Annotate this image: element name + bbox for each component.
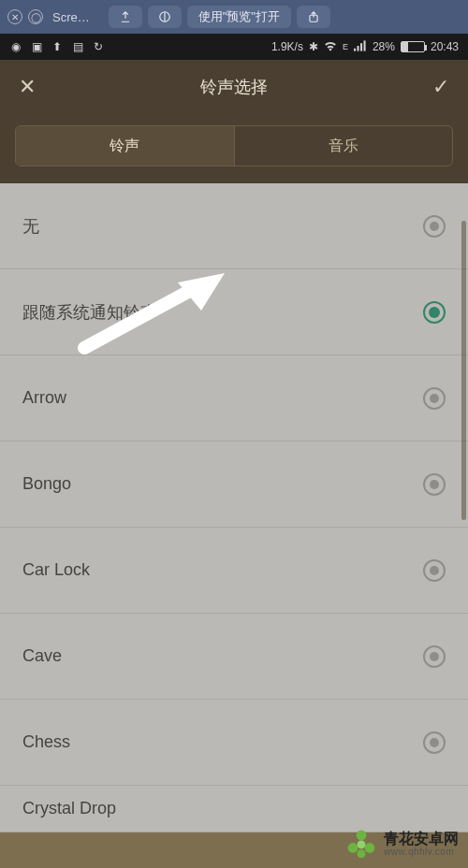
svg-rect-4 [360, 43, 362, 51]
radio-button[interactable] [423, 731, 446, 754]
ringtone-label: 无 [22, 215, 423, 238]
ringtone-label: Cave [22, 646, 423, 666]
svg-point-8 [357, 831, 367, 841]
confirm-icon[interactable]: ✓ [432, 75, 449, 99]
tab-music[interactable]: 音乐 [234, 126, 453, 166]
tab-bar: 铃声 音乐 [0, 114, 468, 183]
scrollbar[interactable] [461, 221, 466, 520]
browser-toolbar: ✕ ◯ Scre… 使用"预览"打开 [0, 0, 468, 34]
tab-ringtone[interactable]: 铃声 [16, 126, 234, 166]
svg-point-9 [348, 843, 358, 853]
ringtone-label: Chess [22, 732, 423, 752]
list-item[interactable]: Cave [0, 614, 468, 700]
radio-button[interactable] [423, 645, 446, 668]
save-icon: ▤ [71, 40, 84, 53]
clock: 20:43 [431, 40, 459, 53]
list-item[interactable]: Arrow [0, 355, 468, 441]
watermark: 青花安卓网 www.qhhlv.com [344, 827, 459, 861]
battery-icon [401, 41, 425, 52]
network-speed: 1.9K/s [271, 40, 303, 53]
ringtone-label: 跟随系统通知铃声 [22, 301, 423, 324]
svg-point-11 [358, 849, 366, 858]
refresh-icon: ↻ [92, 40, 105, 53]
watermark-name: 青花安卓网 [384, 831, 459, 847]
ringtone-label: Crystal Drop [22, 799, 446, 818]
list-item[interactable]: 无 [0, 183, 468, 269]
list-item[interactable]: Car Lock [0, 528, 468, 614]
list-item[interactable]: Chess [0, 700, 468, 786]
upload-icon: ⬆ [51, 40, 64, 53]
radio-button[interactable] [423, 387, 446, 410]
ringtone-label: Car Lock [22, 560, 423, 580]
ringtone-label: Arrow [22, 388, 423, 408]
watermark-logo-icon [344, 827, 378, 861]
watermark-url: www.qhhlv.com [384, 846, 459, 857]
phone-screen: ◉ ▣ ⬆ ▤ ↻ 1.9K/s ✱ E 28% 20:43 ✕ 铃声选择 ✓ … [0, 34, 468, 868]
app-header: ✕ 铃声选择 ✓ [0, 60, 468, 114]
share-up-button[interactable] [109, 6, 142, 28]
svg-rect-5 [363, 40, 365, 51]
bluetooth-icon: ✱ [309, 40, 318, 53]
list-item[interactable]: Crystal Drop [0, 786, 468, 832]
list-item[interactable]: 跟随系统通知铃声 [0, 269, 468, 355]
image-icon: ▣ [30, 40, 43, 53]
marker-button[interactable] [148, 6, 182, 28]
eye-icon: ◉ [9, 40, 22, 53]
android-status-bar: ◉ ▣ ⬆ ▤ ↻ 1.9K/s ✱ E 28% 20:43 [0, 34, 468, 60]
radio-button[interactable] [423, 473, 446, 496]
signal-type: E [343, 42, 348, 51]
share-out-button[interactable] [297, 6, 330, 28]
svg-point-10 [365, 843, 375, 853]
radio-button[interactable] [423, 301, 446, 324]
close-icon[interactable]: ✕ [19, 75, 36, 99]
open-preview-button[interactable]: 使用"预览"打开 [187, 6, 291, 28]
wifi-icon [324, 40, 337, 54]
page-title: 铃声选择 [36, 76, 432, 98]
radio-button[interactable] [423, 215, 446, 238]
ringtone-list: 无 跟随系统通知铃声 Arrow Bongo Car Lock Cave Che… [0, 183, 468, 832]
stop-icon[interactable]: ◯ [28, 9, 43, 24]
radio-button[interactable] [423, 559, 446, 582]
svg-rect-2 [354, 48, 356, 51]
svg-rect-3 [357, 46, 358, 51]
battery-pct: 28% [373, 40, 395, 53]
svg-point-12 [358, 840, 366, 848]
ringtone-label: Bongo [22, 474, 423, 494]
browser-tab-title: Scre… [52, 10, 90, 24]
signal-icon [354, 40, 367, 54]
close-tab-icon[interactable]: ✕ [7, 9, 22, 24]
list-item[interactable]: Bongo [0, 441, 468, 528]
